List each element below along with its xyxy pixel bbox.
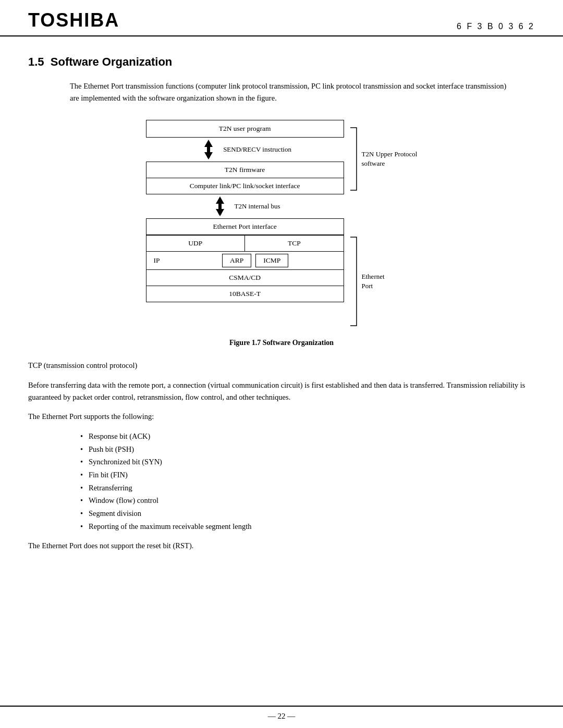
- bullet-item-5: Retransferring: [80, 482, 535, 495]
- main-content: 1.5 Software Organization The Ethernet P…: [0, 36, 563, 601]
- para2: The Ethernet Port supports the following…: [28, 411, 535, 423]
- section-number: 1.5: [28, 55, 44, 68]
- lower-brace-svg: [349, 235, 359, 328]
- firmware-group: T2N firmware Computer link/PC link/socke…: [146, 162, 344, 194]
- bullet-item-7: Segment division: [80, 507, 535, 520]
- ip-label: IP: [146, 253, 167, 268]
- toshiba-logo: TOSHIBA: [28, 9, 119, 31]
- t2n-user-program-box: T2N user program: [146, 120, 344, 138]
- page-footer: — 22 —: [0, 706, 563, 728]
- para3: The Ethernet Port does not support the r…: [28, 540, 535, 552]
- arp-box: ARP: [222, 254, 251, 267]
- double-arrow-2: [210, 196, 230, 216]
- svg-rect-5: [218, 204, 222, 209]
- ethernet-port-label: EthernetPort: [362, 272, 385, 291]
- intro-paragraph: The Ethernet Port transmission functions…: [70, 80, 514, 104]
- para1: Before transferring data with the remote…: [28, 379, 535, 403]
- bullet-item-3: Synchronized bit (SYN): [80, 455, 535, 468]
- diagram-wrapper: T2N user program SEND/RECV instruction: [146, 120, 418, 328]
- svg-marker-4: [216, 196, 224, 204]
- bullet-item-4: Fin bit (FIN): [80, 468, 535, 482]
- t2n-internal-bus-label: T2N internal bus: [235, 202, 280, 211]
- t2n-firmware-box: T2N firmware: [146, 162, 344, 178]
- upper-brace-svg: [349, 125, 359, 193]
- bullet-item-1: Response bit (ACK): [80, 430, 535, 443]
- ethernet-port-interface-header: Ethernet Port interface: [146, 219, 344, 235]
- ethernet-port-group: Ethernet Port interface UDP TCP IP ARP I…: [146, 218, 344, 302]
- svg-marker-3: [204, 152, 213, 159]
- svg-marker-0: [204, 140, 213, 147]
- ethernet-port-brace: EthernetPort: [349, 235, 418, 328]
- send-recv-label: SEND/RECV instruction: [223, 145, 291, 154]
- bullet-item-2: Push bit (PSH): [80, 443, 535, 456]
- csma-cd-box: CSMA/CD: [146, 269, 344, 286]
- software-organization-diagram: T2N user program SEND/RECV instruction: [28, 120, 535, 328]
- tcp-label-text: TCP (transmission control protocol): [28, 360, 535, 372]
- page-number: — 22 —: [268, 712, 296, 720]
- svg-marker-7: [216, 209, 224, 216]
- arp-icmp-group: ARP ICMP: [167, 252, 344, 269]
- ip-arp-icmp-row: IP ARP ICMP: [146, 251, 344, 269]
- tcp-cell: TCP: [245, 236, 344, 251]
- page-header: TOSHIBA 6 F 3 B 0 3 6 2: [0, 0, 563, 36]
- section-title: Software Organization: [51, 55, 172, 68]
- computer-link-box: Computer link/PC link/socket interface: [146, 178, 344, 194]
- ten-base-t-box: 10BASE-T: [146, 286, 344, 302]
- t2n-upper-protocol-brace: T2N Upper Protocolsoftware: [349, 125, 418, 193]
- svg-rect-1: [207, 147, 210, 152]
- udp-cell: UDP: [146, 236, 246, 251]
- icmp-box: ICMP: [255, 254, 288, 267]
- double-arrow-1: [198, 140, 219, 159]
- bullet-item-8: Reporting of the maximum receivable segm…: [80, 520, 535, 533]
- side-labels: T2N Upper Protocolsoftware EthernetPort: [349, 120, 418, 328]
- section-heading: 1.5 Software Organization: [28, 55, 535, 69]
- document-number: 6 F 3 B 0 3 6 2: [457, 22, 535, 31]
- bullet-list: Response bit (ACK) Push bit (PSH) Synchr…: [80, 430, 535, 533]
- diagram-main-column: T2N user program SEND/RECV instruction: [146, 120, 344, 302]
- bullet-item-6: Window (flow) control: [80, 494, 535, 507]
- t2n-upper-protocol-label: T2N Upper Protocolsoftware: [362, 150, 418, 168]
- udp-tcp-row: UDP TCP: [146, 235, 344, 251]
- figure-caption: Figure 1.7 Software Organization: [28, 339, 535, 347]
